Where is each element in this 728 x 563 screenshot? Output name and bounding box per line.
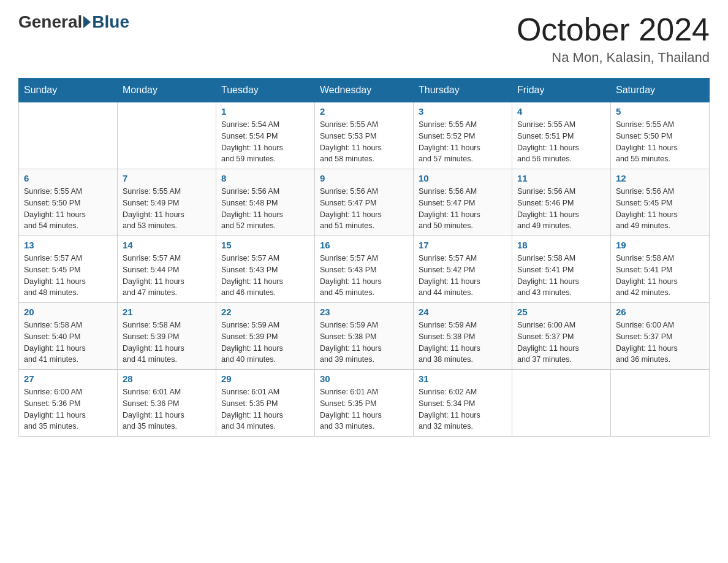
day-number: 22 bbox=[221, 307, 309, 317]
calendar-week-row: 6Sunrise: 5:55 AMSunset: 5:50 PMDaylight… bbox=[19, 169, 710, 236]
calendar-table: SundayMondayTuesdayWednesdayThursdayFrid… bbox=[18, 78, 710, 437]
calendar-cell: 26Sunrise: 6:00 AMSunset: 5:37 PMDayligh… bbox=[611, 303, 710, 370]
calendar-cell: 22Sunrise: 5:59 AMSunset: 5:39 PMDayligh… bbox=[216, 303, 315, 370]
day-info: Sunrise: 6:00 AMSunset: 5:36 PMDaylight:… bbox=[24, 386, 112, 432]
day-number: 31 bbox=[419, 373, 507, 384]
day-info: Sunrise: 5:59 AMSunset: 5:38 PMDaylight:… bbox=[419, 320, 507, 366]
day-header-saturday: Saturday bbox=[611, 79, 710, 102]
logo: General Blue bbox=[18, 12, 129, 32]
calendar-cell bbox=[512, 370, 611, 437]
calendar-cell: 14Sunrise: 5:57 AMSunset: 5:44 PMDayligh… bbox=[118, 236, 216, 303]
day-number: 4 bbox=[517, 106, 605, 117]
day-info: Sunrise: 5:56 AMSunset: 5:47 PMDaylight:… bbox=[419, 186, 507, 232]
day-info: Sunrise: 5:57 AMSunset: 5:45 PMDaylight:… bbox=[24, 253, 112, 299]
calendar-cell: 29Sunrise: 6:01 AMSunset: 5:35 PMDayligh… bbox=[216, 370, 315, 437]
day-info: Sunrise: 5:54 AMSunset: 5:54 PMDaylight:… bbox=[221, 119, 309, 165]
day-info: Sunrise: 5:58 AMSunset: 5:41 PMDaylight:… bbox=[616, 253, 704, 299]
calendar-cell: 5Sunrise: 5:55 AMSunset: 5:50 PMDaylight… bbox=[611, 102, 710, 169]
day-header-friday: Friday bbox=[512, 79, 611, 102]
calendar-cell: 11Sunrise: 5:56 AMSunset: 5:46 PMDayligh… bbox=[512, 169, 611, 236]
calendar-cell: 12Sunrise: 5:56 AMSunset: 5:45 PMDayligh… bbox=[611, 169, 710, 236]
day-info: Sunrise: 5:56 AMSunset: 5:47 PMDaylight:… bbox=[320, 186, 408, 232]
calendar-week-row: 13Sunrise: 5:57 AMSunset: 5:45 PMDayligh… bbox=[19, 236, 710, 303]
calendar-week-row: 27Sunrise: 6:00 AMSunset: 5:36 PMDayligh… bbox=[19, 370, 710, 437]
calendar-cell: 6Sunrise: 5:55 AMSunset: 5:50 PMDaylight… bbox=[19, 169, 118, 236]
title-block: October 2024 Na Mon, Kalasin, Thailand bbox=[517, 12, 710, 66]
calendar-cell: 25Sunrise: 6:00 AMSunset: 5:37 PMDayligh… bbox=[512, 303, 611, 370]
day-number: 26 bbox=[616, 307, 704, 317]
day-info: Sunrise: 5:56 AMSunset: 5:48 PMDaylight:… bbox=[221, 186, 309, 232]
day-number: 30 bbox=[320, 373, 408, 384]
day-header-wednesday: Wednesday bbox=[315, 79, 414, 102]
day-number: 13 bbox=[24, 240, 112, 250]
day-number: 23 bbox=[320, 307, 408, 317]
day-number: 7 bbox=[123, 173, 211, 183]
calendar-cell: 31Sunrise: 6:02 AMSunset: 5:34 PMDayligh… bbox=[414, 370, 512, 437]
calendar-week-row: 20Sunrise: 5:58 AMSunset: 5:40 PMDayligh… bbox=[19, 303, 710, 370]
day-number: 6 bbox=[24, 173, 112, 183]
calendar-cell: 15Sunrise: 5:57 AMSunset: 5:43 PMDayligh… bbox=[216, 236, 315, 303]
day-number: 20 bbox=[24, 307, 112, 317]
day-info: Sunrise: 5:57 AMSunset: 5:43 PMDaylight:… bbox=[221, 253, 309, 299]
day-info: Sunrise: 5:55 AMSunset: 5:49 PMDaylight:… bbox=[123, 186, 211, 232]
day-number: 29 bbox=[221, 373, 309, 384]
calendar-cell: 21Sunrise: 5:58 AMSunset: 5:39 PMDayligh… bbox=[118, 303, 216, 370]
day-number: 28 bbox=[123, 373, 211, 384]
day-header-sunday: Sunday bbox=[19, 79, 118, 102]
day-info: Sunrise: 5:55 AMSunset: 5:51 PMDaylight:… bbox=[517, 119, 605, 165]
day-number: 12 bbox=[616, 173, 704, 183]
day-header-monday: Monday bbox=[118, 79, 216, 102]
day-info: Sunrise: 5:55 AMSunset: 5:50 PMDaylight:… bbox=[24, 186, 112, 232]
day-info: Sunrise: 6:01 AMSunset: 5:36 PMDaylight:… bbox=[123, 386, 211, 432]
day-info: Sunrise: 6:02 AMSunset: 5:34 PMDaylight:… bbox=[419, 386, 507, 432]
day-number: 19 bbox=[616, 240, 704, 250]
day-number: 1 bbox=[221, 106, 309, 117]
calendar-cell: 23Sunrise: 5:59 AMSunset: 5:38 PMDayligh… bbox=[315, 303, 414, 370]
day-info: Sunrise: 5:58 AMSunset: 5:39 PMDaylight:… bbox=[123, 320, 211, 366]
calendar-cell bbox=[19, 102, 118, 169]
calendar-cell: 30Sunrise: 6:01 AMSunset: 5:35 PMDayligh… bbox=[315, 370, 414, 437]
day-info: Sunrise: 5:56 AMSunset: 5:46 PMDaylight:… bbox=[517, 186, 605, 232]
calendar-cell: 1Sunrise: 5:54 AMSunset: 5:54 PMDaylight… bbox=[216, 102, 315, 169]
day-info: Sunrise: 6:01 AMSunset: 5:35 PMDaylight:… bbox=[221, 386, 309, 432]
day-info: Sunrise: 5:57 AMSunset: 5:44 PMDaylight:… bbox=[123, 253, 211, 299]
logo-general-text: General bbox=[18, 12, 82, 32]
calendar-cell bbox=[611, 370, 710, 437]
calendar-cell: 13Sunrise: 5:57 AMSunset: 5:45 PMDayligh… bbox=[19, 236, 118, 303]
calendar-cell: 20Sunrise: 5:58 AMSunset: 5:40 PMDayligh… bbox=[19, 303, 118, 370]
calendar-cell: 27Sunrise: 6:00 AMSunset: 5:36 PMDayligh… bbox=[19, 370, 118, 437]
day-number: 10 bbox=[419, 173, 507, 183]
page-header: General Blue October 2024 Na Mon, Kalasi… bbox=[18, 12, 710, 66]
calendar-cell: 9Sunrise: 5:56 AMSunset: 5:47 PMDaylight… bbox=[315, 169, 414, 236]
logo-blue-text: Blue bbox=[92, 12, 129, 32]
calendar-cell bbox=[118, 102, 216, 169]
day-header-thursday: Thursday bbox=[414, 79, 512, 102]
day-number: 21 bbox=[123, 307, 211, 317]
day-number: 25 bbox=[517, 307, 605, 317]
day-info: Sunrise: 5:57 AMSunset: 5:43 PMDaylight:… bbox=[320, 253, 408, 299]
calendar-cell: 18Sunrise: 5:58 AMSunset: 5:41 PMDayligh… bbox=[512, 236, 611, 303]
day-number: 11 bbox=[517, 173, 605, 183]
day-number: 18 bbox=[517, 240, 605, 250]
calendar-cell: 3Sunrise: 5:55 AMSunset: 5:52 PMDaylight… bbox=[414, 102, 512, 169]
calendar-cell: 2Sunrise: 5:55 AMSunset: 5:53 PMDaylight… bbox=[315, 102, 414, 169]
day-number: 14 bbox=[123, 240, 211, 250]
calendar-location: Na Mon, Kalasin, Thailand bbox=[517, 50, 710, 66]
day-info: Sunrise: 5:57 AMSunset: 5:42 PMDaylight:… bbox=[419, 253, 507, 299]
day-number: 24 bbox=[419, 307, 507, 317]
calendar-title: October 2024 bbox=[517, 12, 710, 47]
calendar-cell: 4Sunrise: 5:55 AMSunset: 5:51 PMDaylight… bbox=[512, 102, 611, 169]
day-number: 8 bbox=[221, 173, 309, 183]
day-info: Sunrise: 5:59 AMSunset: 5:38 PMDaylight:… bbox=[320, 320, 408, 366]
calendar-cell: 17Sunrise: 5:57 AMSunset: 5:42 PMDayligh… bbox=[414, 236, 512, 303]
day-info: Sunrise: 5:55 AMSunset: 5:53 PMDaylight:… bbox=[320, 119, 408, 165]
calendar-cell: 16Sunrise: 5:57 AMSunset: 5:43 PMDayligh… bbox=[315, 236, 414, 303]
calendar-cell: 19Sunrise: 5:58 AMSunset: 5:41 PMDayligh… bbox=[611, 236, 710, 303]
day-number: 2 bbox=[320, 106, 408, 117]
day-info: Sunrise: 5:55 AMSunset: 5:52 PMDaylight:… bbox=[419, 119, 507, 165]
day-number: 17 bbox=[419, 240, 507, 250]
day-info: Sunrise: 6:01 AMSunset: 5:35 PMDaylight:… bbox=[320, 386, 408, 432]
day-number: 27 bbox=[24, 373, 112, 384]
day-number: 3 bbox=[419, 106, 507, 117]
logo-arrow-icon bbox=[83, 16, 91, 28]
